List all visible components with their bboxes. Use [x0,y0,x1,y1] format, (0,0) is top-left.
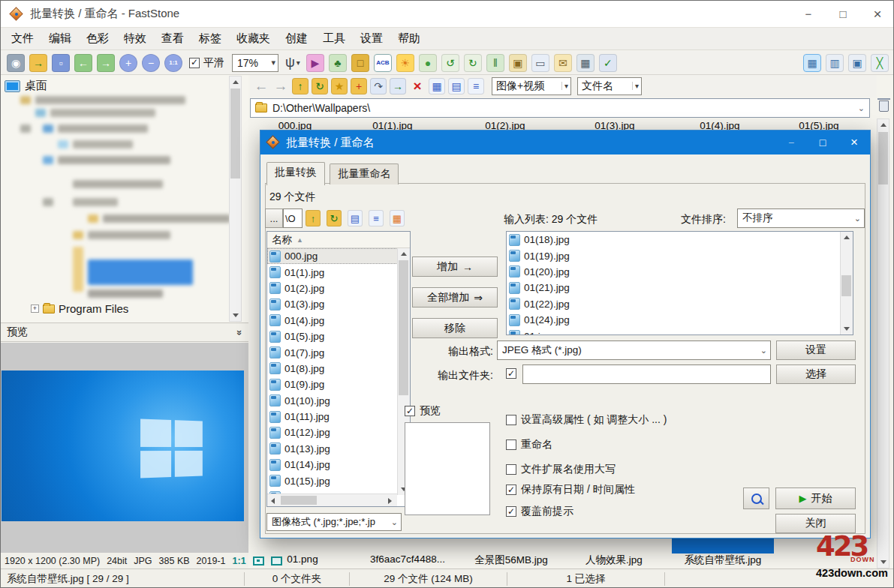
copy-move-icon[interactable]: ▣ [509,54,527,72]
thumbnails-view-icon[interactable]: ▦ [390,210,405,226]
tree-item-censored[interactable] [88,214,98,223]
browse-ellipsis-button[interactable]: ... [265,208,283,228]
menu-item[interactable]: 设置 [353,32,390,46]
thumbnails-view-icon[interactable]: ▦ [429,78,445,94]
scroll-left-icon[interactable] [267,495,278,506]
expand-icon[interactable]: + [31,304,39,313]
zoom-out-icon[interactable]: − [142,54,160,72]
trash-icon[interactable] [879,100,889,112]
thumbnail-label[interactable]: 人物效果.jpg [561,554,667,567]
thumbnail-label[interactable]: 全景图56MB.jpg [459,554,564,567]
menu-item[interactable]: 编辑 [41,32,79,46]
slideshow-icon[interactable]: ▶ [306,54,324,72]
file-list-item[interactable]: 01.jpg [507,328,853,335]
crop-board-icon[interactable]: □ [351,54,369,72]
dialog-maximize-button[interactable]: □ [807,130,838,154]
email-icon[interactable]: ✉ [554,54,572,72]
file-list-item[interactable]: 01(3).jpg [267,296,410,312]
tree-item-censored[interactable] [50,109,155,117]
scroll-up-icon[interactable] [398,248,409,260]
output-folder-checkbox[interactable] [506,368,516,379]
sort-by-select[interactable]: 文件名 ▾ [577,77,642,95]
tree-item-censored[interactable] [73,140,133,148]
list-view-icon[interactable]: ≡ [369,210,384,226]
scrollbar-thumb[interactable] [841,275,851,296]
checkbox-icon[interactable] [506,464,516,475]
tree-item-censored[interactable] [73,247,83,292]
up-folder-icon[interactable]: ↑ [292,78,309,94]
up-folder-icon[interactable]: ↑ [306,210,321,226]
file-list-item[interactable]: 01(21).jpg [507,280,853,296]
minimize-button[interactable]: − [791,1,826,28]
settings-check-icon[interactable]: ✓ [599,54,617,72]
start-button[interactable]: ▶ 开始 [775,488,856,509]
menu-item[interactable]: 收藏夹 [229,32,278,46]
dialog-close-icon[interactable]: × [838,130,870,154]
close-button[interactable]: × [860,1,894,28]
chevron-down-icon[interactable]: ▾ [561,82,568,90]
source-list-hscrollbar[interactable] [267,494,397,506]
file-list-item[interactable]: 01(14).jpg [267,457,410,472]
file-list-item[interactable]: 01(2).jpg [267,280,410,296]
file-list-item[interactable]: 01(20).jpg [507,264,853,280]
checkbox-icon[interactable] [506,440,516,450]
tree-item-censored[interactable] [20,96,31,104]
preview-output-button[interactable] [743,488,769,509]
selected-thumbnail-highlight[interactable] [672,538,774,554]
scrollbar-thumb[interactable] [878,132,888,184]
checkbox-icon[interactable] [506,415,516,425]
file-list-item[interactable]: 01(10).jpg [267,393,410,409]
tree-item-censored[interactable] [73,180,163,188]
next-image-icon[interactable]: → [97,54,115,72]
remove-button[interactable]: 移除 [412,318,498,338]
file-list-item[interactable]: 01(11).jpg [267,409,410,424]
refresh-folder-icon[interactable]: ↻ [312,78,328,94]
smooth-checkbox[interactable]: 平滑 [189,56,224,70]
file-sort-select[interactable]: 不排序 ⌄ [737,208,865,228]
filetype-filter-select[interactable]: 图像格式 (*.jpg;*.jpe;*.jp ⌄ [266,513,402,531]
chevron-down-icon[interactable]: ▾ [632,82,639,90]
scroll-down-icon[interactable] [841,323,852,334]
hand-tool-icon[interactable]: ψ▾ [285,55,300,70]
list-view-icon[interactable]: ≡ [468,78,484,94]
move-to-icon[interactable]: → [390,78,406,94]
option-checkbox[interactable]: 文件扩展名使用大写 [506,463,616,476]
file-list-item[interactable]: 01(1).jpg [267,264,410,280]
option-checkbox[interactable]: 重命名 [506,438,552,452]
tree-item-censored[interactable] [20,124,31,133]
collapse-chevrons-icon[interactable]: » [234,329,245,334]
chevron-down-icon[interactable]: ⌄ [858,104,865,113]
save-as-icon[interactable]: ▫ [52,54,70,72]
chevron-down-icon[interactable]: ▾ [296,58,300,67]
tree-item-censored[interactable] [73,198,118,206]
choose-folder-button[interactable]: 选择 [776,364,856,384]
file-list-item[interactable]: 01(19).jpg [507,248,853,263]
chevron-down-icon[interactable]: ⌄ [854,214,861,224]
file-list-item[interactable]: 01(22).jpg [507,296,853,312]
file-list-item[interactable]: 01(4).jpg [267,313,410,328]
dialog-path-input[interactable]: \O [283,208,303,228]
screen-capture-icon[interactable]: ◉ [7,54,25,72]
tree-item-censored[interactable] [35,109,46,117]
dialog-minimize-button[interactable]: − [775,130,807,154]
tab-batch-convert[interactable]: 批量转换 [266,162,325,185]
maximize-button[interactable]: □ [826,1,860,28]
file-list-item[interactable]: 01(24).jpg [507,312,853,328]
tree-item-censored[interactable] [43,198,53,206]
menu-item[interactable]: 文件 [4,32,41,46]
menu-item[interactable]: 工具 [315,32,353,46]
input-list-vscrollbar[interactable] [840,232,853,334]
checkbox-icon[interactable] [189,58,200,68]
tree-item-censored[interactable] [58,156,170,164]
refresh-folder-icon[interactable]: ↻ [327,210,342,226]
chevron-down-icon[interactable]: ⌄ [391,518,398,527]
rename-abc-icon[interactable]: ACB [374,54,392,72]
tree-item-censored[interactable] [58,140,68,148]
chevron-down-icon[interactable]: ⌄ [760,346,767,356]
menu-item[interactable]: 标签 [191,32,229,46]
menu-item[interactable]: 查看 [154,32,191,46]
scrollbar-thumb[interactable] [230,88,240,178]
scroll-right-icon[interactable] [384,495,396,506]
tree-item-program-files[interactable]: + Program Files [31,302,128,315]
format-settings-button[interactable]: 设置 [776,340,856,360]
